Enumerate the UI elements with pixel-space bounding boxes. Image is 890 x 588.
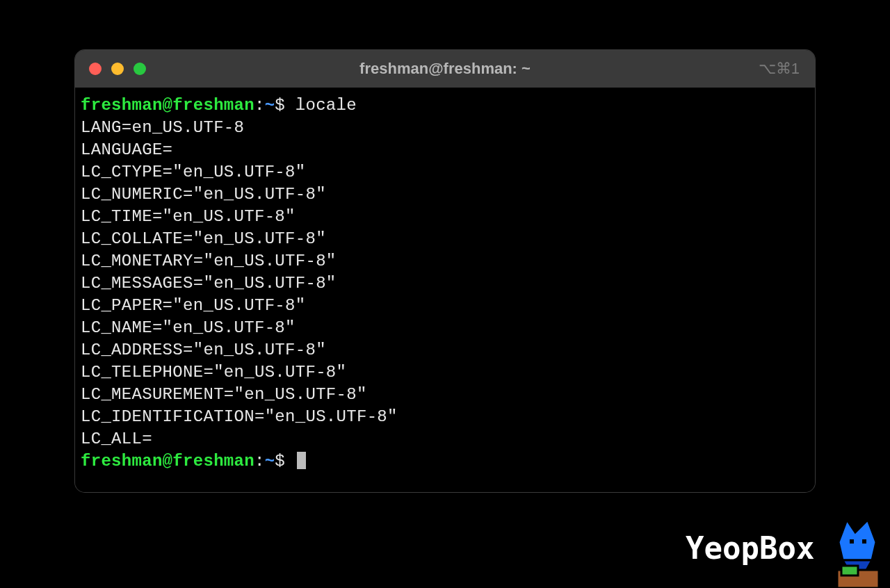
output-line: LC_TELEPHONE="en_US.UTF-8" — [81, 361, 809, 384]
traffic-lights — [89, 63, 146, 75]
svg-rect-2 — [850, 539, 854, 544]
output-line: LC_MONETARY="en_US.UTF-8" — [81, 250, 809, 272]
svg-marker-0 — [839, 520, 876, 560]
prompt-user: freshman@freshman — [81, 452, 254, 471]
prompt-separator: : — [254, 96, 265, 115]
svg-rect-5 — [841, 566, 858, 575]
terminal-window: freshman@freshman: ~ ⌥⌘1 freshman@freshm… — [75, 50, 815, 492]
output-line: LC_NAME="en_US.UTF-8" — [81, 317, 809, 339]
window-title: freshman@freshman: ~ — [359, 60, 531, 78]
output-line: LC_PAPER="en_US.UTF-8" — [81, 295, 809, 317]
prompt-line-1: freshman@freshman:~$ locale — [81, 95, 809, 117]
prompt-path: ~ — [265, 452, 275, 471]
watermark-text-fill: YeopBox — [686, 530, 814, 566]
command-text: locale — [296, 96, 357, 115]
svg-rect-3 — [862, 539, 866, 544]
minimize-icon[interactable] — [111, 63, 124, 75]
output-line: LC_NUMERIC="en_US.UTF-8" — [81, 183, 809, 206]
terminal-body[interactable]: freshman@freshman:~$ locale LANG=en_US.U… — [75, 88, 815, 492]
output-line: LC_COLLATE="en_US.UTF-8" — [81, 228, 809, 250]
shortcut-hint: ⌥⌘1 — [759, 60, 800, 78]
output-line: LANG=en_US.UTF-8 — [81, 117, 809, 139]
output-line: LC_TIME="en_US.UTF-8" — [81, 206, 809, 228]
close-icon[interactable] — [89, 63, 102, 75]
output-line: LC_ALL= — [81, 428, 809, 450]
prompt-separator: : — [254, 452, 265, 471]
output-container: LANG=en_US.UTF-8LANGUAGE=LC_CTYPE="en_US… — [81, 117, 809, 450]
output-line: LC_MEASUREMENT="en_US.UTF-8" — [81, 384, 809, 406]
output-line: LC_MESSAGES="en_US.UTF-8" — [81, 272, 809, 295]
watermark-logo: YeopBox YeopBox — [681, 512, 890, 588]
prompt-path: ~ — [265, 96, 275, 115]
output-line: LC_CTYPE="en_US.UTF-8" — [81, 161, 809, 183]
title-bar: freshman@freshman: ~ ⌥⌘1 — [75, 50, 815, 88]
output-line: LC_IDENTIFICATION="en_US.UTF-8" — [81, 406, 809, 428]
prompt-line-2: freshman@freshman:~$ — [81, 450, 809, 473]
prompt-user: freshman@freshman — [81, 96, 254, 115]
cursor-icon — [297, 452, 306, 469]
output-line: LANGUAGE= — [81, 139, 809, 161]
prompt-dollar: $ — [275, 96, 285, 115]
prompt-dollar: $ — [275, 452, 285, 471]
maximize-icon[interactable] — [134, 63, 146, 75]
output-line: LC_ADDRESS="en_US.UTF-8" — [81, 339, 809, 361]
